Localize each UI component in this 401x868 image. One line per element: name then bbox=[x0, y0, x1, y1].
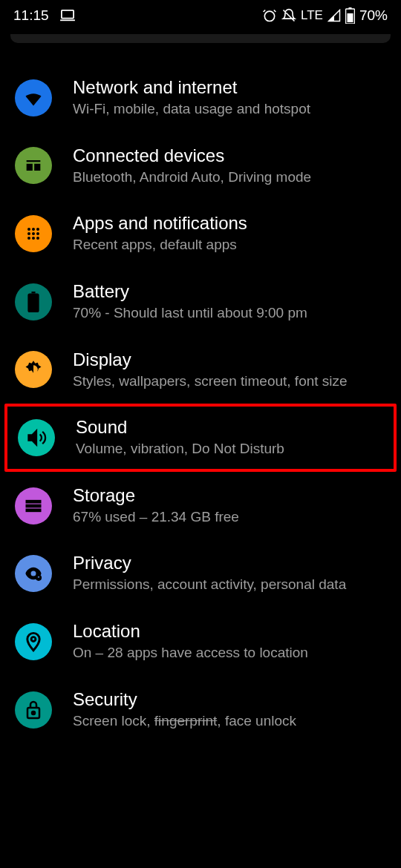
setting-subtitle: Volume, vibration, Do Not Disturb bbox=[76, 439, 383, 458]
svg-point-8 bbox=[27, 232, 30, 235]
lock-icon bbox=[15, 691, 52, 729]
status-time: 11:15 bbox=[13, 7, 49, 24]
svg-rect-17 bbox=[26, 504, 42, 507]
storage-icon bbox=[15, 487, 52, 525]
setting-title: Network and internet bbox=[73, 77, 386, 98]
brightness-icon bbox=[15, 351, 52, 388]
setting-location[interactable]: Location On – 28 apps have access to loc… bbox=[0, 608, 401, 676]
battery-icon bbox=[345, 7, 355, 24]
devices-icon bbox=[15, 147, 52, 184]
svg-point-11 bbox=[27, 237, 30, 240]
svg-rect-4 bbox=[348, 7, 351, 9]
svg-rect-18 bbox=[26, 508, 42, 512]
privacy-icon bbox=[15, 555, 52, 592]
setting-title: Location bbox=[73, 621, 386, 642]
setting-connected-devices[interactable]: Connected devices Bluetooth, Android Aut… bbox=[0, 132, 401, 200]
setting-title: Storage bbox=[73, 485, 386, 506]
setting-network-internet[interactable]: Network and internet Wi-Fi, mobile, data… bbox=[0, 64, 401, 132]
settings-list: Network and internet Wi-Fi, mobile, data… bbox=[0, 46, 401, 743]
svg-point-5 bbox=[27, 228, 30, 231]
network-label: LTE bbox=[301, 8, 323, 23]
battery-icon bbox=[15, 283, 52, 320]
volume-icon bbox=[18, 419, 55, 456]
status-bar: 11:15 LTE 70% bbox=[0, 0, 401, 28]
setting-apps-notifications[interactable]: Apps and notifications Recent apps, defa… bbox=[0, 200, 401, 268]
setting-privacy[interactable]: Privacy Permissions, account activity, p… bbox=[0, 539, 401, 608]
setting-security[interactable]: Security Screen lock, fingerprint, face … bbox=[0, 676, 401, 744]
svg-point-13 bbox=[36, 237, 39, 240]
setting-subtitle: 67% used – 21.34 GB free bbox=[73, 507, 386, 527]
status-right: LTE 70% bbox=[262, 7, 388, 24]
setting-title: Security bbox=[73, 689, 386, 710]
setting-title: Display bbox=[73, 349, 386, 370]
svg-point-21 bbox=[31, 637, 36, 642]
svg-point-9 bbox=[32, 232, 35, 235]
setting-subtitle: 70% - Should last until about 9:00 pm bbox=[73, 303, 386, 323]
setting-title: Apps and notifications bbox=[73, 213, 386, 234]
setting-title: Sound bbox=[76, 417, 383, 438]
svg-rect-20 bbox=[38, 576, 39, 578]
svg-point-6 bbox=[32, 228, 35, 231]
battery-percent: 70% bbox=[359, 7, 388, 24]
setting-display[interactable]: Display Styles, wallpapers, screen timeo… bbox=[0, 336, 401, 404]
svg-point-10 bbox=[36, 232, 39, 235]
laptop-icon bbox=[59, 9, 76, 22]
setting-sound[interactable]: Sound Volume, vibration, Do Not Disturb bbox=[4, 404, 397, 472]
setting-subtitle: Recent apps, default apps bbox=[73, 235, 386, 254]
svg-point-7 bbox=[36, 228, 39, 231]
wifi-icon bbox=[15, 79, 52, 116]
setting-subtitle: Wi-Fi, mobile, data usage and hotspot bbox=[73, 99, 386, 119]
setting-title: Connected devices bbox=[73, 145, 386, 166]
svg-rect-16 bbox=[26, 499, 42, 503]
notifications-off-icon bbox=[281, 8, 296, 23]
setting-title: Privacy bbox=[73, 553, 386, 573]
signal-icon bbox=[327, 9, 341, 22]
setting-subtitle: Styles, wallpapers, screen timeout, font… bbox=[73, 372, 386, 391]
location-icon bbox=[15, 623, 52, 660]
setting-title: Battery bbox=[73, 281, 386, 302]
setting-subtitle: Permissions, account activity, personal … bbox=[73, 575, 386, 594]
setting-storage[interactable]: Storage 67% used – 21.34 GB free bbox=[0, 472, 401, 540]
svg-rect-15 bbox=[27, 293, 39, 312]
setting-subtitle: On – 28 apps have access to location bbox=[73, 643, 386, 662]
apps-icon bbox=[15, 215, 52, 252]
svg-rect-3 bbox=[347, 13, 353, 22]
alarm-icon bbox=[262, 8, 277, 23]
search-bar-stub[interactable] bbox=[10, 34, 391, 43]
status-left: 11:15 bbox=[13, 7, 76, 24]
svg-point-19 bbox=[36, 575, 42, 581]
svg-rect-0 bbox=[61, 10, 73, 19]
setting-subtitle: Screen lock, fingerprint, face unlock bbox=[73, 711, 386, 731]
svg-point-1 bbox=[264, 11, 274, 21]
setting-subtitle: Bluetooth, Android Auto, Driving mode bbox=[73, 168, 386, 187]
svg-rect-14 bbox=[31, 292, 35, 294]
svg-point-12 bbox=[32, 237, 35, 240]
svg-point-23 bbox=[32, 711, 35, 714]
setting-battery[interactable]: Battery 70% - Should last until about 9:… bbox=[0, 268, 401, 336]
